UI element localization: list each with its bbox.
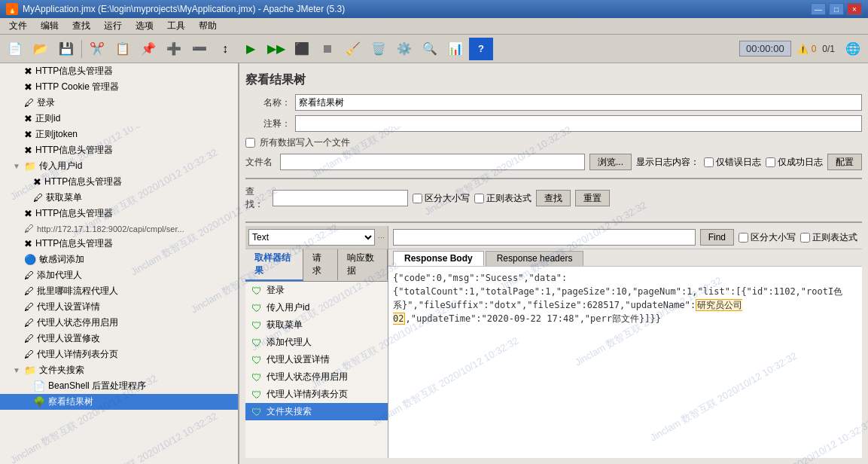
more-btn[interactable]: ···	[378, 233, 385, 242]
response-body-tab[interactable]: Response Body	[393, 251, 484, 266]
tree-item-http-header-4[interactable]: ✖ HTTP信息头管理器	[0, 236, 238, 252]
minimize-button[interactable]: —	[811, 3, 826, 15]
save-button[interactable]: 💾	[54, 38, 78, 60]
tree-item-sensitive[interactable]: 🔵 敏感词添加	[0, 252, 238, 267]
success-log-checkbox[interactable]	[766, 157, 775, 167]
result-item-file-search[interactable]: 🛡 文件夹搜索	[245, 403, 388, 420]
detail-find-button[interactable]: Find	[700, 229, 734, 246]
tree-item-beanshell[interactable]: 📄 BeanShell 后置处理程序	[0, 378, 238, 394]
close-button[interactable]: ×	[847, 3, 862, 15]
result-item-agent-detail[interactable]: 🛡 代理人设置详情	[245, 351, 388, 368]
menu-help[interactable]: 帮助	[193, 18, 223, 34]
request-tab[interactable]: 请求	[303, 249, 338, 281]
case-sensitive-checkbox[interactable]	[413, 194, 422, 203]
result-item-agent-list[interactable]: 🛡 代理人详情列表分页	[245, 386, 388, 403]
tree-item-agent-detail[interactable]: 🖊 代理人设置详情	[0, 299, 238, 315]
tree-item-http-header-2[interactable]: ✖ HTTP信息头管理器	[0, 142, 238, 158]
tree-item-pass-user-id[interactable]: ▼ 📁 传入用户id	[0, 158, 238, 174]
collapse-button[interactable]: ➖	[187, 38, 212, 60]
clear-button[interactable]: 🧹	[341, 38, 365, 60]
result-item-add-agent[interactable]: 🛡 添加代理人	[245, 334, 388, 351]
tree-item-agent-list[interactable]: 🖊 代理人详情列表分页	[0, 346, 238, 362]
tree-item-result-tree[interactable]: 🌳 察看结果树	[0, 394, 238, 410]
expand-button[interactable]: ➕	[162, 38, 186, 60]
toolbar-right: 00:00:00 ⚠️ 0 0/1 🌐	[739, 38, 865, 60]
config-button[interactable]: 配置	[827, 154, 862, 170]
stop-button[interactable]: ⬛	[290, 38, 314, 60]
result-item-agent-status[interactable]: 🛡 代理人状态停用启用	[245, 368, 388, 386]
title-bar: 🔥 MyApplication.jmx (E:\login\myprojects…	[0, 0, 868, 18]
all-data-checkbox[interactable]	[245, 138, 255, 148]
result-item-login[interactable]: 🛡 登录	[245, 282, 388, 299]
start-button[interactable]: ▶	[239, 38, 263, 60]
help-button[interactable]: ?	[469, 38, 493, 60]
error-log-checkbox[interactable]	[704, 157, 714, 167]
right-panel: 察看结果树 名称： 注释： 所有数据写入一个文件 文件名 浏览...	[239, 63, 868, 464]
tree-item-http-header-1[interactable]: ✖ HTTP信息头管理器	[0, 63, 238, 79]
tree-item-regex-token[interactable]: ✖ 正则jtoken	[0, 127, 238, 142]
menu-run[interactable]: 运行	[98, 18, 128, 34]
response-headers-tab[interactable]: Response headers	[486, 251, 584, 266]
tree-item-http-header-sub[interactable]: ✖ HTTP信息头管理器	[0, 174, 238, 190]
toggle-button[interactable]: ↕️	[213, 38, 237, 60]
response-tab[interactable]: 响应数据	[338, 249, 388, 281]
divider2	[245, 221, 862, 223]
find-button[interactable]: 查找	[536, 190, 571, 206]
tree-item-batch-agent[interactable]: 🖊 批里哪啡流程代理人	[0, 283, 238, 299]
log-viewer-button[interactable]: 📊	[443, 38, 468, 60]
elapsed-time: 00:00:00	[739, 41, 791, 56]
browse-button[interactable]: 浏览...	[589, 154, 632, 170]
maximize-button[interactable]: □	[829, 3, 844, 15]
copy-button[interactable]: 📋	[111, 38, 135, 60]
name-input[interactable]	[295, 94, 862, 111]
result-item-pass-user[interactable]: 🛡 传入用户id	[245, 299, 388, 316]
tree-item-add-agent[interactable]: 🖊 添加代理人	[0, 267, 238, 283]
tree-item-url[interactable]: 🖊 http://172.17.1.182:9002/capi/cmpl/ser…	[0, 221, 238, 236]
detail-regex-checkbox[interactable]	[800, 233, 810, 243]
main-area: Jinclam 数智互联 2020/10/12 10:32:32 Jinclam…	[0, 63, 868, 464]
comment-input[interactable]	[295, 115, 862, 132]
settings-icon5: ✖	[24, 208, 32, 219]
tree-item-cookie[interactable]: ✖ HTTP Cookie 管理器	[0, 79, 238, 95]
format-select[interactable]: Text	[248, 229, 375, 246]
tree-item-agent-modify[interactable]: 🖊 代理人设置修改	[0, 331, 238, 346]
tree-item-agent-status[interactable]: 🖊 代理人状态停用启用	[0, 315, 238, 331]
remote-button[interactable]: 🌐	[841, 38, 865, 60]
tree-item-regex-id[interactable]: ✖ 正则id	[0, 111, 238, 127]
open-button[interactable]: 📂	[29, 38, 53, 60]
sampler-tab[interactable]: 取样器结果	[245, 249, 303, 281]
functions-button[interactable]: ⚙️	[392, 38, 416, 60]
menu-file[interactable]: 文件	[3, 18, 33, 34]
beanshell-icon: 📄	[33, 380, 45, 392]
menu-options[interactable]: 选项	[129, 18, 160, 34]
search-input[interactable]	[273, 190, 408, 206]
result-list: Text ··· 取样器结果 请求 响应数据 🛡 登录	[245, 226, 388, 458]
tree-item-get-menu[interactable]: 🖊 获取菜单	[0, 190, 238, 206]
clear-all-button[interactable]: 🗑️	[367, 38, 391, 60]
tree-item-login[interactable]: 🖊 登录	[0, 95, 238, 111]
tree-item-http-header-3[interactable]: ✖ HTTP信息头管理器	[0, 206, 238, 221]
shield-icon-list: 🛡	[251, 389, 262, 401]
shutdown-button[interactable]: ⏹	[315, 38, 340, 60]
detail-case-label: 区分大小写	[751, 231, 796, 244]
menu-find[interactable]: 查找	[66, 18, 96, 34]
result-area: Text ··· 取样器结果 请求 响应数据 🛡 登录	[245, 226, 862, 458]
result-item-get-menu[interactable]: 🛡 获取菜单	[245, 316, 388, 334]
detail-case-checkbox[interactable]	[739, 233, 748, 243]
file-input[interactable]	[280, 154, 585, 170]
cut-button[interactable]: ✂️	[85, 38, 109, 60]
regex-checkbox[interactable]	[474, 194, 484, 203]
paste-button[interactable]: 📌	[136, 38, 160, 60]
tree-item-file-search-folder[interactable]: ▼ 📁 文件夹搜索	[0, 362, 238, 378]
menu-edit[interactable]: 编辑	[35, 18, 65, 34]
pen-icon4: 🖊	[24, 285, 34, 297]
window-controls[interactable]: — □ ×	[811, 3, 862, 15]
start-no-pause-button[interactable]: ▶▶	[264, 38, 288, 60]
settings-icon2: ✖	[24, 81, 32, 93]
reset-button[interactable]: 重置	[575, 190, 610, 206]
detail-search-input[interactable]	[393, 229, 696, 246]
new-button[interactable]: 📄	[3, 38, 27, 60]
search-button[interactable]: 🔍	[418, 38, 442, 60]
error-log-label: 仅错误日志	[716, 156, 761, 169]
menu-tools[interactable]: 工具	[161, 18, 191, 34]
